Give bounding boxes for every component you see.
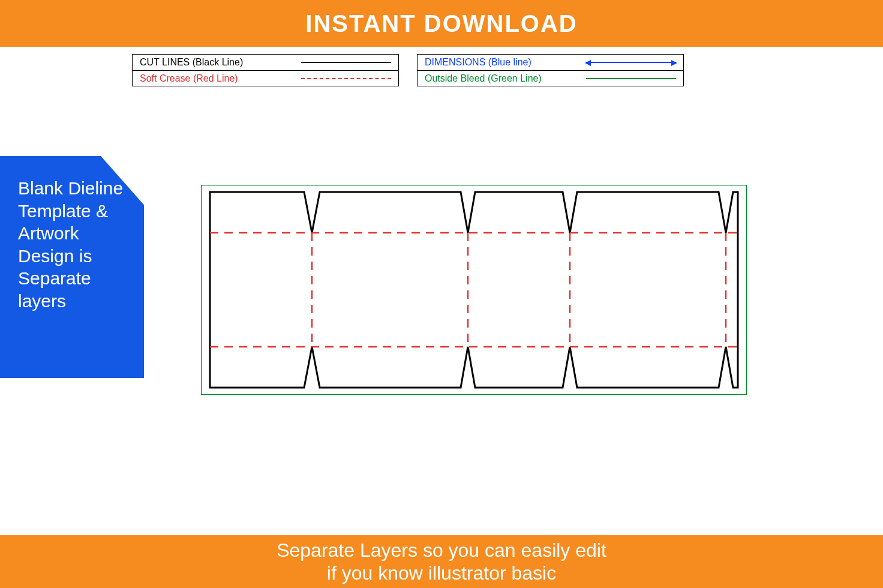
legend-box-right: DIMENSIONS (Blue line) Outside Bleed (Gr… <box>417 54 684 86</box>
legend-cut-lines: CUT LINES (Black Line) <box>133 55 398 70</box>
legend-box-left: CUT LINES (Black Line) Soft Crease (Red … <box>132 54 399 86</box>
legend-bleed-label: Outside Bleed (Green Line) <box>425 73 542 84</box>
bleed-line-sample <box>586 78 676 79</box>
legend-crease-label: Soft Crease (Red Line) <box>140 73 238 84</box>
legend-dims-label: DIMENSIONS (Blue line) <box>425 57 531 68</box>
banner-bottom-line2: if you know illustrator basic <box>327 562 556 584</box>
legend-soft-crease: Soft Crease (Red Line) <box>133 70 398 86</box>
crease-line-sample <box>301 78 391 79</box>
legend-bleed: Outside Bleed (Green Line) <box>418 70 683 86</box>
cut-outline <box>210 192 738 388</box>
dieline-template-svg <box>201 185 747 395</box>
legend: CUT LINES (Black Line) Soft Crease (Red … <box>132 54 684 86</box>
bleed-rect <box>201 185 747 395</box>
instant-download-banner: INSTANT DOWNLOAD <box>0 0 883 47</box>
legend-cut-label: CUT LINES (Black Line) <box>140 57 243 68</box>
legend-dimensions: DIMENSIONS (Blue line) <box>418 55 683 70</box>
blank-dieline-badge: Blank Dieline Template & Artwork Design … <box>0 156 144 378</box>
separate-layers-banner: Separate Layers so you can easily edit i… <box>0 535 883 588</box>
banner-bottom-line1: Separate Layers so you can easily edit <box>277 539 606 562</box>
dimension-line-sample <box>586 62 676 63</box>
cut-line-sample <box>301 62 391 63</box>
